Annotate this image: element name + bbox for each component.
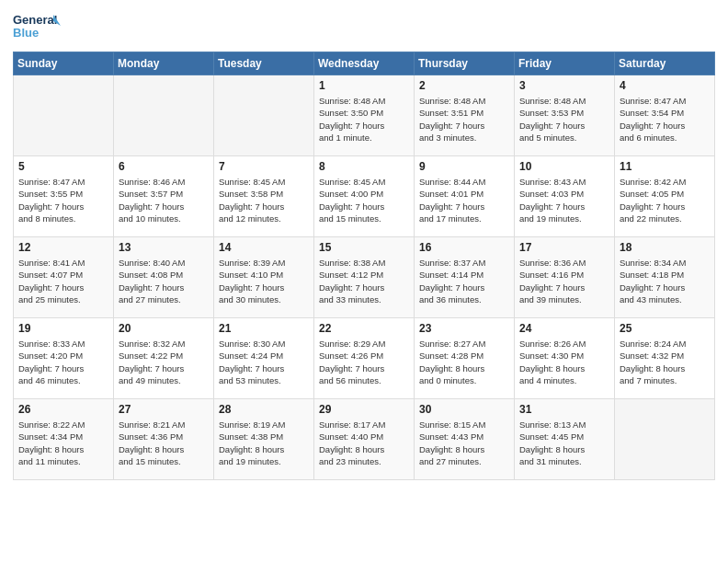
calendar-cell: 27Sunrise: 8:21 AMSunset: 4:36 PMDayligh… (114, 399, 214, 480)
calendar-cell (214, 75, 314, 156)
cell-text-line: Daylight: 7 hours (119, 362, 209, 374)
day-number: 22 (319, 322, 409, 335)
day-number: 6 (119, 160, 209, 173)
calendar-cell: 10Sunrise: 8:43 AMSunset: 4:03 PMDayligh… (515, 156, 615, 237)
cell-text-line: Sunrise: 8:38 AM (319, 257, 409, 269)
calendar-cell: 25Sunrise: 8:24 AMSunset: 4:32 PMDayligh… (615, 318, 715, 399)
calendar-cell: 6Sunrise: 8:46 AMSunset: 3:57 PMDaylight… (114, 156, 214, 237)
day-number: 18 (620, 241, 710, 254)
logo: General Blue (13, 9, 61, 46)
cell-text-line: Daylight: 7 hours (319, 282, 409, 293)
cell-text-line: and 15 minutes. (319, 213, 409, 224)
cell-text-line: Sunrise: 8:44 AM (419, 176, 509, 188)
calendar-week-row: 26Sunrise: 8:22 AMSunset: 4:34 PMDayligh… (14, 399, 715, 480)
day-number: 4 (620, 79, 710, 92)
cell-text-line: Sunset: 3:58 PM (219, 188, 309, 200)
cell-text-line: Sunrise: 8:45 AM (219, 176, 309, 188)
day-number: 29 (319, 403, 409, 416)
cell-text-line: Sunrise: 8:47 AM (620, 95, 710, 107)
cell-text-line: Sunset: 3:50 PM (319, 107, 409, 119)
calendar-cell: 15Sunrise: 8:38 AMSunset: 4:12 PMDayligh… (314, 237, 415, 318)
cell-text-line: and 4 minutes. (519, 374, 609, 386)
cell-text-line: Sunrise: 8:46 AM (119, 176, 209, 188)
day-number: 27 (119, 403, 209, 416)
cell-text-line: Daylight: 8 hours (519, 443, 609, 455)
day-number: 19 (18, 322, 108, 335)
cell-text-line: Sunrise: 8:48 AM (519, 95, 609, 107)
cell-text-line: Daylight: 8 hours (620, 362, 710, 374)
calendar-week-row: 5Sunrise: 8:47 AMSunset: 3:55 PMDaylight… (14, 156, 715, 237)
cell-text-line: Sunrise: 8:37 AM (419, 257, 509, 269)
cell-text-line: and 23 minutes. (319, 455, 409, 467)
weekday-header: Tuesday (214, 52, 314, 75)
cell-text-line: Sunset: 4:08 PM (119, 269, 209, 281)
day-number: 26 (18, 403, 108, 416)
day-number: 24 (519, 322, 609, 335)
calendar-cell: 2Sunrise: 8:48 AMSunset: 3:51 PMDaylight… (415, 75, 515, 156)
cell-text-line: Daylight: 7 hours (620, 120, 710, 132)
cell-text-line: and 8 minutes. (18, 213, 108, 224)
cell-text-line: Daylight: 7 hours (18, 282, 108, 293)
weekday-header: Monday (114, 52, 214, 75)
calendar-cell: 3Sunrise: 8:48 AMSunset: 3:53 PMDaylight… (515, 75, 615, 156)
day-number: 7 (219, 160, 309, 173)
cell-text-line: Daylight: 7 hours (419, 120, 509, 132)
calendar-week-row: 19Sunrise: 8:33 AMSunset: 4:20 PMDayligh… (14, 318, 715, 399)
calendar-cell: 7Sunrise: 8:45 AMSunset: 3:58 PMDaylight… (214, 156, 314, 237)
weekday-header: Sunday (14, 52, 114, 75)
cell-text-line: and 7 minutes. (620, 374, 710, 386)
cell-text-line: Sunset: 4:12 PM (319, 269, 409, 281)
calendar-cell: 14Sunrise: 8:39 AMSunset: 4:10 PMDayligh… (214, 237, 314, 318)
cell-text-line: and 27 minutes. (119, 293, 209, 305)
calendar-cell: 19Sunrise: 8:33 AMSunset: 4:20 PMDayligh… (14, 318, 114, 399)
cell-text-line: Sunrise: 8:36 AM (519, 257, 609, 269)
cell-text-line: Sunrise: 8:30 AM (219, 338, 309, 350)
cell-text-line: and 5 minutes. (519, 132, 609, 144)
cell-text-line: and 53 minutes. (219, 374, 309, 386)
cell-text-line: and 49 minutes. (119, 374, 209, 386)
cell-text-line: Sunset: 3:53 PM (519, 107, 609, 119)
calendar-cell: 24Sunrise: 8:26 AMSunset: 4:30 PMDayligh… (515, 318, 615, 399)
cell-text-line: Daylight: 7 hours (119, 201, 209, 213)
cell-text-line: Sunrise: 8:21 AM (119, 419, 209, 431)
cell-text-line: Sunset: 4:45 PM (519, 431, 609, 442)
cell-text-line: Sunset: 4:24 PM (219, 350, 309, 362)
calendar-cell: 8Sunrise: 8:45 AMSunset: 4:00 PMDaylight… (314, 156, 415, 237)
calendar-cell: 12Sunrise: 8:41 AMSunset: 4:07 PMDayligh… (14, 237, 114, 318)
cell-text-line: and 15 minutes. (119, 455, 209, 467)
cell-text-line: Daylight: 8 hours (419, 362, 509, 374)
cell-text-line: Sunset: 4:38 PM (219, 431, 309, 442)
calendar-week-row: 12Sunrise: 8:41 AMSunset: 4:07 PMDayligh… (14, 237, 715, 318)
weekday-header: Friday (515, 52, 615, 75)
day-number: 1 (319, 79, 409, 92)
cell-text-line: and 10 minutes. (119, 213, 209, 224)
calendar-cell: 22Sunrise: 8:29 AMSunset: 4:26 PMDayligh… (314, 318, 415, 399)
day-number: 14 (219, 241, 309, 254)
cell-text-line: Daylight: 7 hours (319, 201, 409, 213)
calendar-cell (14, 75, 114, 156)
cell-text-line: Daylight: 7 hours (219, 282, 309, 293)
cell-text-line: Daylight: 7 hours (620, 201, 710, 213)
cell-text-line: Daylight: 8 hours (419, 443, 509, 455)
cell-text-line: Daylight: 7 hours (519, 201, 609, 213)
day-number: 28 (219, 403, 309, 416)
cell-text-line: Sunset: 4:30 PM (519, 350, 609, 362)
cell-text-line: Sunset: 4:00 PM (319, 188, 409, 200)
cell-text-line: and 12 minutes. (219, 213, 309, 224)
weekday-header: Saturday (615, 52, 715, 75)
calendar-cell: 5Sunrise: 8:47 AMSunset: 3:55 PMDaylight… (14, 156, 114, 237)
cell-text-line: Daylight: 8 hours (119, 443, 209, 455)
calendar-cell: 13Sunrise: 8:40 AMSunset: 4:08 PMDayligh… (114, 237, 214, 318)
cell-text-line: Sunset: 3:51 PM (419, 107, 509, 119)
cell-text-line: Sunrise: 8:45 AM (319, 176, 409, 188)
cell-text-line: Sunrise: 8:47 AM (18, 176, 108, 188)
cell-text-line: Sunset: 4:07 PM (18, 269, 108, 281)
calendar-cell: 1Sunrise: 8:48 AMSunset: 3:50 PMDaylight… (314, 75, 415, 156)
cell-text-line: Sunrise: 8:41 AM (18, 257, 108, 269)
calendar-cell: 31Sunrise: 8:13 AMSunset: 4:45 PMDayligh… (515, 399, 615, 480)
calendar-cell: 30Sunrise: 8:15 AMSunset: 4:43 PMDayligh… (415, 399, 515, 480)
day-number: 5 (18, 160, 108, 173)
cell-text-line: Sunrise: 8:33 AM (18, 338, 108, 350)
calendar-cell: 18Sunrise: 8:34 AMSunset: 4:18 PMDayligh… (615, 237, 715, 318)
cell-text-line: and 36 minutes. (419, 293, 509, 305)
